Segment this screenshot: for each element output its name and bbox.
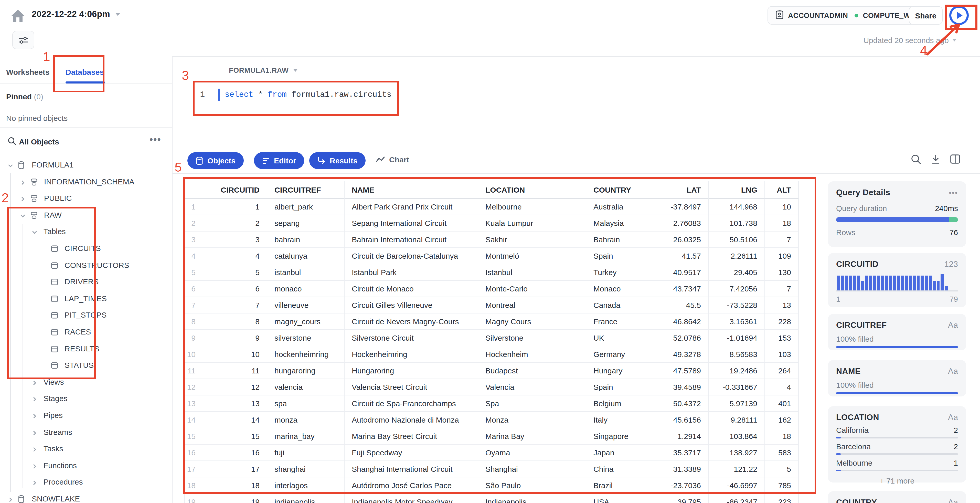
column-header-country[interactable]: COUNTRY: [586, 181, 651, 199]
tree-item-tasks[interactable]: Tasks: [0, 441, 173, 457]
chevron-right-icon[interactable]: [7, 496, 14, 503]
table-row[interactable]: 44catalunyaCircuit de Barcelona-Cataluny…: [185, 248, 799, 264]
table-row[interactable]: 77villeneuveCircuit Gilles VilleneuveMon…: [185, 297, 799, 314]
column-header-lat[interactable]: LAT: [651, 181, 709, 199]
chevron-down-icon[interactable]: [7, 162, 14, 171]
column-card-country[interactable]: COUNTRY Aa: [828, 491, 966, 503]
tree-item-constructors[interactable]: CONSTRUCTORS: [0, 257, 173, 274]
column-header-circuitid[interactable]: CIRCUITID: [203, 181, 267, 199]
column-header-rownum[interactable]: [185, 181, 203, 199]
line-number: 1: [198, 90, 205, 99]
table-row[interactable]: 1818interlagosAutódromo José Carlos Pace…: [185, 478, 799, 494]
table-row[interactable]: 1212valenciaValencia Street CircuitValen…: [185, 379, 799, 395]
table-cell: 264: [765, 363, 799, 379]
chevron-right-icon[interactable]: [31, 446, 38, 455]
more-values-link[interactable]: + 71 more: [836, 476, 958, 485]
tree-item-raw[interactable]: RAW: [0, 207, 173, 224]
tree-item-snowflake[interactable]: SNOWFLAKE: [0, 491, 173, 503]
filters-button[interactable]: [12, 31, 34, 49]
context-selector[interactable]: ACCOUNTADMIN COMPUTE_WH: [767, 6, 924, 25]
table-row[interactable]: 1515marina_bayMarina Bay Street CircuitM…: [185, 428, 799, 445]
table-row[interactable]: 1616fujiFuji SpeedwayOyamaJapan35.371713…: [185, 445, 799, 461]
tab-databases[interactable]: Databases: [65, 68, 104, 76]
tab-worksheets[interactable]: Worksheets: [6, 68, 50, 76]
column-header-alt[interactable]: ALT: [765, 181, 799, 199]
tree-item-streams[interactable]: Streams: [0, 424, 173, 441]
tree-item-views[interactable]: Views: [0, 374, 173, 391]
column-card-circuitref[interactable]: CIRCUITREF Aa 100% filled: [828, 314, 966, 350]
tree-item-procedures[interactable]: Procedures: [0, 474, 173, 491]
chevron-right-icon[interactable]: [31, 396, 38, 405]
search-results-icon[interactable]: [911, 154, 922, 167]
location-stat-row[interactable]: California2: [836, 426, 958, 435]
tree-item-pit_stops[interactable]: PIT_STOPS: [0, 307, 173, 324]
table-row[interactable]: 1313spaCircuit de Spa-FrancorchampsSpaBe…: [185, 395, 799, 412]
filled-bar: [836, 346, 958, 348]
table-row[interactable]: 99silverstoneSilverstone CircuitSilverst…: [185, 330, 799, 346]
split-columns-icon[interactable]: [950, 154, 961, 167]
chevron-right-icon[interactable]: [31, 412, 38, 422]
worksheet-context-tab[interactable]: FORMULA1.RAW: [229, 66, 297, 74]
tree-item-pipes[interactable]: Pipes: [0, 407, 173, 424]
tab-chart[interactable]: Chart: [376, 155, 409, 164]
tree-item-status[interactable]: STATUS: [0, 357, 173, 374]
chevron-down-icon[interactable]: [31, 229, 38, 238]
home-icon[interactable]: [10, 9, 25, 25]
location-stat-row[interactable]: Barcelona2: [836, 442, 958, 451]
table-cell: Hockenheim: [478, 346, 586, 363]
table-icon: [50, 344, 59, 355]
column-card-location[interactable]: LOCATION Aa California2Barcelona2Melbour…: [828, 406, 966, 482]
column-header-name[interactable]: NAME: [345, 181, 478, 199]
table-cell: istanbul: [267, 264, 345, 281]
table-cell: Circuit de Monaco: [345, 281, 478, 297]
schema-icon: [30, 194, 38, 205]
table-cell: bahrain: [267, 231, 345, 248]
chevron-right-icon[interactable]: [31, 429, 38, 438]
column-card-name[interactable]: NAME Aa 100% filled: [828, 360, 966, 396]
table-row[interactable]: 33bahrainBahrain International CircuitSa…: [185, 231, 799, 248]
tree-item-results[interactable]: RESULTS: [0, 341, 173, 357]
overflow-menu-icon[interactable]: •••: [949, 188, 958, 197]
table-cell: 5: [203, 264, 267, 281]
chevron-right-icon[interactable]: [19, 195, 26, 204]
table-row[interactable]: 88magny_coursCircuit de Nevers Magny-Cou…: [185, 314, 799, 330]
tab-results[interactable]: Results: [309, 152, 366, 169]
tab-editor[interactable]: Editor: [254, 152, 304, 169]
column-header-circuitref[interactable]: CIRCUITREF: [267, 181, 345, 199]
column-header-location[interactable]: LOCATION: [478, 181, 586, 199]
chevron-right-icon[interactable]: [31, 479, 38, 489]
tree-item-drivers[interactable]: DRIVERS: [0, 274, 173, 290]
search-icon[interactable]: [8, 137, 16, 148]
tree-item-functions[interactable]: Functions: [0, 457, 173, 474]
chevron-right-icon[interactable]: [31, 379, 38, 388]
table-row[interactable]: 22sepangSepang International CircuitKual…: [185, 215, 799, 231]
table-row[interactable]: 1111hungaroringHungaroringBudapestHungar…: [185, 363, 799, 379]
tree-item-tables[interactable]: Tables: [0, 224, 173, 240]
column-card-circuitid[interactable]: CIRCUITID 123 1 79: [828, 253, 966, 307]
tab-objects[interactable]: Objects: [188, 152, 244, 169]
location-stat-row[interactable]: Melbourne1: [836, 458, 958, 467]
table-row[interactable]: 1414monzaAutodromo Nazionale di MonzaMon…: [185, 412, 799, 428]
table-row[interactable]: 11albert_parkAlbert Park Grand Prix Circ…: [185, 199, 799, 215]
tree-item-stages[interactable]: Stages: [0, 391, 173, 407]
object-search-label[interactable]: All Objects: [19, 137, 59, 146]
table-row[interactable]: 1717shanghaiShanghai International Circu…: [185, 461, 799, 478]
sql-editor-line[interactable]: 1 select * from formula1.raw.circuits: [198, 88, 391, 102]
worksheet-title-menu[interactable]: 2022-12-22 4:06pm: [32, 9, 120, 19]
tree-item-information_schema[interactable]: INFORMATION_SCHEMA: [0, 174, 173, 190]
column-header-lng[interactable]: LNG: [709, 181, 765, 199]
overflow-menu-icon[interactable]: •••: [150, 134, 161, 145]
chevron-right-icon[interactable]: [31, 463, 38, 472]
table-row[interactable]: 1010hockenheimringHockenheimringHockenhe…: [185, 346, 799, 363]
tree-item-public[interactable]: PUBLIC: [0, 190, 173, 207]
tree-item-lap_times[interactable]: LAP_TIMES: [0, 290, 173, 307]
table-row[interactable]: 55istanbulIstanbul ParkIstanbulTurkey40.…: [185, 264, 799, 281]
tree-item-races[interactable]: RACES: [0, 324, 173, 341]
download-icon[interactable]: [930, 154, 941, 167]
tree-item-formula1[interactable]: FORMULA1: [0, 157, 173, 174]
table-row[interactable]: 1919indianapolisIndianapolis Motor Speed…: [185, 494, 799, 503]
tree-item-circuits[interactable]: CIRCUITS: [0, 240, 173, 257]
table-row[interactable]: 66monacoCircuit de MonacoMonte-CarloMona…: [185, 281, 799, 297]
chevron-down-icon[interactable]: [19, 212, 26, 221]
chevron-right-icon[interactable]: [19, 178, 26, 188]
